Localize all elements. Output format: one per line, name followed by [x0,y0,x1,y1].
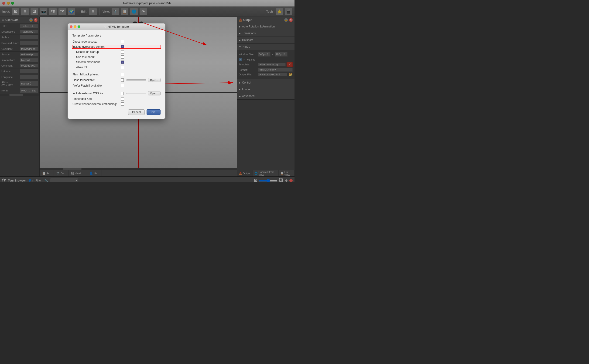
author-value[interactable] [20,35,38,39]
input-icon-4[interactable]: 📷 [40,8,47,15]
height-spinbox[interactable]: 480px ▲ ▼ [275,52,288,57]
tour-close-icon[interactable]: ✕ [289,179,293,182]
auto-rotation-header[interactable]: ▶ Auto Rotation & Animation [237,23,294,30]
css-file-open-button[interactable]: Open... [148,91,161,95]
flash-file-checkbox[interactable] [121,78,124,82]
minimize-btn[interactable] [7,2,10,5]
format-select[interactable]: HTML (.html) ▾ [258,68,293,72]
comment-value[interactable]: e Cards with Pano2VR pa [20,64,38,67]
filter-dropdown[interactable]: ▾ [50,178,78,182]
html-file-checkbox[interactable]: ✓ [239,58,242,61]
input-icon-1[interactable]: 🖼 [12,8,19,15]
tab-output[interactable]: 📤 Output [237,170,253,176]
view-icon-3[interactable]: 🌐 [130,8,138,15]
altitude-down-icon[interactable]: ▼ [30,84,32,86]
tour-settings-icon[interactable]: ⚙ [285,179,288,182]
modal-title-bar: ⚙ HTML Template [68,24,165,30]
title-value[interactable]: Twitter Tutorial [20,24,38,28]
maximize-btn[interactable] [11,2,14,5]
modal-flash-file-row: Flash fallback file: Open... [73,78,161,82]
template-select[interactable]: twitter-tutorial.ggt [258,63,286,66]
latitude-value[interactable] [20,69,38,73]
tab-list-view[interactable]: 📋 List View [279,170,295,176]
north-action-icon[interactable]: ⊠ [38,89,38,92]
prefer-flash-checkbox[interactable] [121,84,124,87]
scrollbar-thumb[interactable] [9,94,23,96]
edit-template-button[interactable]: ✕ [287,62,293,67]
image-header[interactable]: ▶ Image [237,86,294,93]
north-up-icon[interactable]: ▲ [28,88,30,91]
cancel-button[interactable]: Cancel [128,109,145,115]
tab-overview[interactable]: 🔭 Ov... [54,170,68,176]
altitude-up-icon[interactable]: ▲ [30,81,32,84]
flash-file-input[interactable] [127,79,146,81]
height-down-icon[interactable]: ▼ [283,54,285,56]
tools-icon-1[interactable]: ⭐ [276,8,283,15]
input-icon-3[interactable]: 🖼 [31,8,38,15]
output-file-value[interactable]: tw-card/index.html [258,73,287,76]
advanced-header[interactable]: ▶ Advanced [237,93,294,99]
input-icon-2[interactable]: ⊞ [21,8,29,15]
width-down-icon[interactable]: ▼ [266,54,268,56]
description-value[interactable]: Tutorial by Tony Redhead [20,30,38,33]
smooth-movement-checkbox[interactable]: ✓ [121,60,124,64]
add-tour-icon[interactable]: 👤+ [28,179,33,182]
output-close-icon[interactable]: ✕ [289,18,293,22]
css-file-checkbox[interactable] [121,92,124,95]
view-icon-1[interactable]: 🔭 [112,8,119,15]
tab-viewing[interactable]: 🖼 Viewin... [68,170,87,176]
view-icon-2[interactable]: 📋 [121,8,128,15]
source-value[interactable]: redhead.photography/36 [20,52,38,56]
modal-divider-2 [73,89,161,89]
input-icon-5[interactable]: 🗺 [49,8,57,15]
tools-icon-2[interactable]: 🎬 [285,8,292,15]
modal-min-btn[interactable] [74,25,76,28]
control-header[interactable]: ▶ Control [237,79,294,86]
center-scrollbar[interactable] [40,168,237,170]
direct-node-checkbox[interactable] [121,40,124,43]
information-value[interactable]: tw-card [20,58,38,62]
disable-startup-checkbox[interactable] [121,50,124,53]
flash-file-open-button[interactable]: Open... [148,78,161,82]
css-file-input[interactable] [127,93,146,94]
width-spinbox[interactable]: 640px ▲ ▼ [258,52,270,57]
close-btn[interactable] [2,2,5,5]
image-label: Image [242,88,250,91]
north-down-icon[interactable]: ▼ [28,91,30,93]
tab-properties[interactable]: 📋 Pr... [40,170,54,176]
center-scroll-thumb[interactable] [63,168,81,170]
embedded-xml-checkbox[interactable] [121,97,124,101]
tab-user[interactable]: 👤 Us... [87,170,102,176]
copyright-value[interactable]: tonyredhead [20,47,38,51]
html-header[interactable]: ▼ HTML [237,44,294,50]
modal-close-btn[interactable] [70,25,73,28]
datetime-value[interactable] [20,41,38,45]
north-value[interactable]: 0.00° ▲ ▼ Set ⊠ [20,88,38,93]
input-icon-7[interactable]: 🌍 [68,8,75,15]
edit-icon-1[interactable]: ⊞ [89,8,97,15]
left-scrollbar[interactable] [0,94,39,96]
longitude-value[interactable] [20,75,38,79]
panel-close-icon[interactable]: ✕ [34,18,38,22]
gyroscope-checkbox[interactable]: ✓ [121,45,124,48]
allow-roll-checkbox[interactable] [121,66,124,69]
tab-street-view[interactable]: 🌐 Google Street View [253,170,278,176]
true-north-checkbox[interactable] [121,55,124,59]
set-button[interactable]: Set [31,89,37,92]
tour-controls-right: 🖼 🖼 ⚙ ✕ [254,178,293,182]
create-files-checkbox[interactable] [121,102,124,106]
file-browse-icon[interactable]: 📂 [289,73,293,76]
view-icon-4[interactable]: 👁 [140,8,147,15]
hotspots-header[interactable]: ▶ Hotspots [237,37,294,43]
filter-icon[interactable]: 🔧 [44,179,48,182]
flash-player-checkbox[interactable] [121,73,124,76]
ok-button[interactable]: OK [147,109,161,115]
transitions-header[interactable]: ▶ Transitions [237,30,294,37]
modal-max-btn[interactable] [78,25,80,28]
lock-icon[interactable]: 🔒 [29,18,33,22]
output-lock-icon[interactable]: 🔒 [284,18,288,22]
filter-dropdown-arrow[interactable]: ▾ [76,179,77,182]
altitude-value[interactable]: not set ▲ ▼ [20,81,38,86]
zoom-slider[interactable] [259,179,277,182]
input-icon-6[interactable]: 🗺 [59,8,66,15]
